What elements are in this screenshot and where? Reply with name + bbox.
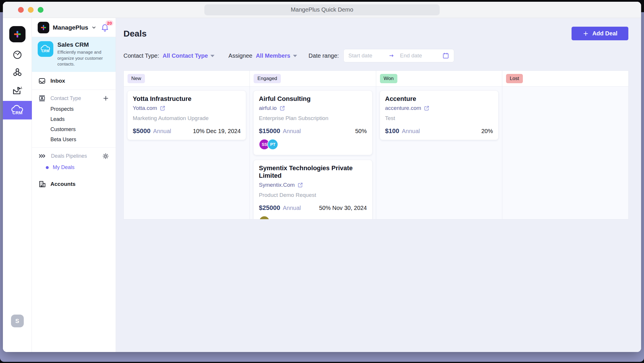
deal-card[interactable]: Accenture accenture.com Test $100 Annual… [380,90,499,140]
deal-amount: $5000 [133,127,150,135]
add-contact-type-icon[interactable] [102,95,109,102]
deal-probability-date: 10% Dec 19, 2024 [193,128,241,135]
contacts-icon[interactable] [12,67,23,78]
close-button[interactable] [18,7,24,13]
deal-website-link[interactable]: Yotta.com [133,105,157,111]
svg-text:CRM: CRM [41,49,49,53]
notification-count-badge: 20 [105,20,113,26]
manageplus-logo-icon[interactable] [9,26,26,42]
deal-card[interactable]: Airful Consulting airful.io Enterprise P… [253,90,372,155]
assignee-avatar-pt[interactable]: PT [267,139,278,150]
external-link-icon[interactable] [160,105,165,111]
deal-cadence: Annual [283,128,301,135]
deal-amount: $15000 [259,127,280,135]
external-link-icon[interactable] [424,105,430,111]
deal-title: Symentix Technologies Private Limited [259,164,367,179]
kanban-column-new: New Yotta Infrastructure Yotta.com Marke… [124,71,250,219]
sidebar-item-accounts[interactable]: Accounts [32,177,116,191]
arrow-right-icon [388,52,395,59]
deal-title: Accenture [385,95,493,103]
date-range-label: Date range: [309,52,339,59]
window-title: MangePlus Quick Demo [204,4,440,15]
assignee-filter-dropdown[interactable]: All Members [256,52,297,59]
profile-avatar[interactable]: S [11,315,24,327]
pipelines-settings-gear-icon[interactable] [102,153,109,160]
assignee-avatar-ds[interactable]: DS [259,216,270,219]
start-date-placeholder[interactable]: Start date [348,52,385,59]
date-range-input[interactable]: Start date End date [343,49,454,62]
icon-rail: CRM S [3,18,32,352]
deals-pipelines-section: Deals Pipelines My Deals [32,148,116,172]
deal-description: Marketing Automation Upgrade [133,115,241,121]
window-titlebar: MangePlus Quick Demo [3,2,641,18]
deal-amount: $100 [385,127,399,135]
deal-description: Test [385,115,493,121]
kanban-column-won: Won Accenture accenture.com Test $100 An… [376,71,502,219]
notifications-bell-icon[interactable]: 20 [100,23,110,32]
column-body[interactable]: Yotta Infrastructure Yotta.com Marketing… [124,87,250,219]
sidebar-item-my-deals[interactable]: My Deals [46,164,109,170]
sidebar-item-prospects[interactable]: Prospects [50,106,109,112]
deal-cadence: Annual [283,205,301,211]
campaigns-icon[interactable] [12,85,23,96]
column-stage-badge: Engaged [254,74,281,83]
deal-title: Airful Consulting [259,95,367,103]
app-banner-subtitle: Efficiently manage and organize your cus… [57,49,110,67]
column-stage-badge: Lost [506,74,523,83]
calendar-icon[interactable] [442,52,449,59]
deal-assignees: SSPT [259,139,367,150]
app-window: MangePlus Quick Demo [3,2,641,352]
deal-amount: $25000 [259,204,280,212]
sales-crm-banner[interactable]: CRM Sales CRM Efficiently manage and org… [32,37,116,72]
caret-down-icon [210,55,214,57]
workspace-header: ManagePlus 20 [32,18,116,37]
accounts-building-icon [38,180,46,188]
deal-probability-date: 50% Nov 30, 2024 [319,205,367,211]
kanban-board: New Yotta Infrastructure Yotta.com Marke… [123,70,629,219]
zoom-button[interactable] [38,7,43,13]
column-body[interactable]: Airful Consulting airful.io Enterprise P… [250,87,376,219]
workspace-name[interactable]: ManagePlus [53,24,88,31]
deal-description: Product Demo Request [259,192,367,198]
minimize-button[interactable] [28,7,34,13]
deal-title: Yotta Infrastructure [133,95,241,103]
workspace-logo-icon[interactable] [38,22,49,33]
deal-card[interactable]: Yotta Infrastructure Yotta.com Marketing… [127,90,246,140]
deal-card[interactable]: Symentix Technologies Private Limited Sy… [253,160,372,219]
kanban-column-lost: Lost [502,71,628,219]
add-deal-button[interactable]: Add Deal [572,27,628,40]
svg-text:CRM: CRM [12,110,22,115]
active-dot-icon [46,166,49,169]
sidebar-item-beta-users[interactable]: Beta Users [50,137,109,143]
external-link-icon[interactable] [279,105,285,111]
pipelines-label: Deals Pipelines [51,153,87,159]
sidebar: ManagePlus 20 CRM [32,18,116,352]
deal-website-link[interactable]: accenture.com [385,105,421,111]
deal-probability-date: 50% [355,128,367,135]
sidebar-item-crm-active[interactable]: CRM [3,101,32,119]
assignee-filter-label: Assignee [228,52,252,59]
deal-website-link[interactable]: Symentix.Com [259,182,295,188]
deal-website-link[interactable]: airful.io [259,105,276,111]
caret-down-icon [293,55,297,57]
inbox-icon [38,77,46,85]
contact-type-filter-dropdown[interactable]: All Contact Type [163,52,214,59]
page-title: Deals [123,29,147,39]
deal-assignees: DS [259,216,367,219]
chevron-down-icon[interactable] [91,25,97,30]
dashboard-icon[interactable] [12,49,23,60]
end-date-placeholder[interactable]: End date [400,52,422,59]
sidebar-item-inbox[interactable]: Inbox [32,72,116,90]
external-link-icon[interactable] [297,182,303,188]
column-stage-badge: Won [380,74,398,83]
contact-card-icon [38,95,46,102]
column-body[interactable] [502,87,628,219]
contact-type-label: Contact Type [50,95,81,101]
column-body[interactable]: Accenture accenture.com Test $100 Annual… [376,87,502,219]
sales-crm-app-icon: CRM [38,41,53,57]
sidebar-item-leads[interactable]: Leads [50,116,109,122]
deal-cadence: Annual [153,128,171,135]
contact-type-filter-label: Contact Type: [123,52,159,59]
sidebar-item-customers[interactable]: Customers [50,126,109,133]
main-content: Deals Add Deal Contact Type: All Contact… [116,18,641,352]
